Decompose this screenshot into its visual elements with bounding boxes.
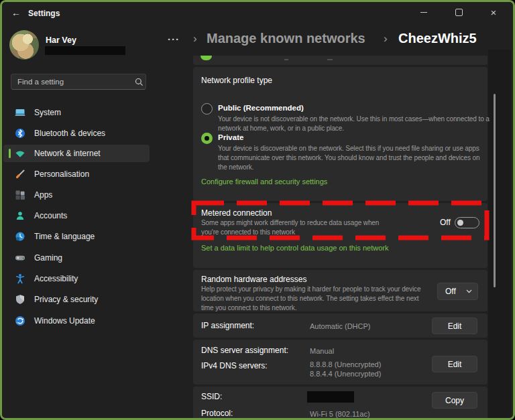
sidebar-item-accounts[interactable]: Accounts [3,207,150,224]
user-name: Har Vey [46,36,76,45]
metered-title: Metered connection [201,208,272,218]
ipv4-dns-label: IPv4 DNS servers: [201,361,268,370]
page-title: CheezWhiz5 [398,31,477,46]
random-hardware-description: Help protect your privacy by making it h… [201,285,439,313]
metered-description: Some apps might work differently to redu… [201,218,449,237]
paintbrush-icon [15,169,25,180]
network-profile-card: Network profile type Public (Recommended… [193,67,488,201]
search-box [11,74,146,90]
toggle-state-label: Off [440,218,451,227]
radio-circle-public[interactable] [201,103,213,115]
sidebar-item-privacy[interactable]: Privacy & security [3,291,150,308]
radio-description: Your device is discoverable on the netwo… [218,144,493,172]
ip-assignment-label: IP assignment: [201,321,254,330]
ssid-copy-button[interactable]: Copy [432,392,477,409]
dropdown-value: Off [445,287,456,296]
ip-assignment-card: IP assignment: Automatic (DHCP) Edit [193,313,488,338]
sidebar-item-system[interactable]: System [3,104,150,121]
ssid-card: SSID: Protocol: Wi-Fi 5 (802.11ac) Copy [193,387,488,420]
clock-globe-icon [15,231,25,242]
sidebar-item-label: Windows Update [34,316,95,326]
close-button[interactable]: × [480,3,507,21]
sidebar-item-label: Accessibility [34,274,78,283]
maximize-icon [455,9,463,16]
breadcrumb-parent[interactable]: Manage known networks [207,31,365,46]
data-limit-link[interactable]: Set a data limit to help control data us… [201,244,388,252]
firewall-settings-link[interactable]: Configure firewall and security settings [201,178,327,186]
breadcrumb-separator: › [193,32,197,46]
random-hardware-title: Random hardware addresses [201,275,306,284]
breadcrumb-more-button[interactable]: ··· [168,33,180,45]
radio-circle-private[interactable] [201,133,213,144]
ipv4-dns-values: 8.8.8.8 (Unencrypted) 8.8.4.4 (Unencrypt… [310,360,381,378]
toggle-knob [457,220,463,226]
settings-window: ← Settings × Har Vey System Bluetooth & … [0,0,515,420]
cutoff-row [193,56,488,65]
minimize-button[interactable] [410,3,437,21]
minimize-icon [420,12,427,13]
dns-assignment-value: Manual [310,346,334,356]
sidebar-item-label: Gaming [34,253,62,263]
breadcrumb-separator: › [384,32,388,46]
sidebar-item-personalisation[interactable]: Personalisation [3,165,150,183]
protocol-label: Protocol: [201,409,233,418]
dns-edit-button[interactable]: Edit [432,356,477,372]
sidebar-item-network[interactable]: Network & internet [3,145,150,162]
sidebar-item-label: Accounts [34,211,67,220]
selected-accent-bar [9,149,11,158]
radio-description: Your device is not discoverable on the n… [218,115,493,133]
redacted-ssid-value [307,391,354,403]
ssid-label: SSID: [201,392,222,401]
toggle-on-partial[interactable] [201,56,212,60]
radio-label: Public (Recommended) [218,104,304,112]
dns-card: DNS server assignment: Manual IPv4 DNS s… [193,340,488,384]
sidebar-item-bluetooth[interactable]: Bluetooth & devices [3,125,150,142]
sidebar-item-label: Apps [34,190,52,200]
update-icon [15,316,25,326]
protocol-value: Wi-Fi 5 (802.11ac) [310,409,370,419]
person-icon [15,210,25,221]
content-gutter [488,50,511,420]
sidebar-item-apps[interactable]: Apps [3,186,150,204]
redacted-user-email [45,46,125,55]
apps-icon [15,190,25,200]
sidebar-item-label: Privacy & security [34,295,98,304]
sidebar-item-windows-update[interactable]: Windows Update [3,312,150,330]
dns-assignment-label: DNS server assignment: [201,346,288,355]
gamepad-icon [15,253,25,263]
sidebar-item-label: Time & language [34,232,95,241]
sidebar-item-label: Network & internet [34,149,101,158]
sidebar-item-label: Personalisation [34,169,89,179]
window-title: Settings [28,9,60,18]
wifi-icon [15,148,25,159]
cutoff-text-remnant [284,59,288,60]
search-input[interactable] [11,78,132,86]
accessibility-icon [15,273,25,284]
close-icon: × [491,7,497,17]
search-icon[interactable] [132,78,146,86]
back-button[interactable]: ← [8,5,24,20]
maximize-button[interactable] [445,3,472,21]
sidebar-item-time-language[interactable]: Time & language [3,228,150,245]
ip-assignment-value: Automatic (DHCP) [310,322,370,331]
scrollbar-thumb[interactable] [494,94,496,287]
sidebar-item-accessibility[interactable]: Accessibility [3,270,150,287]
network-profile-title: Network profile type [201,76,272,85]
ip-edit-button[interactable]: Edit [432,318,477,334]
metered-card: Metered connection Some apps might work … [193,203,488,268]
sidebar-item-label: Bluetooth & devices [34,129,105,138]
metered-toggle[interactable] [455,217,479,228]
sidebar-item-gaming[interactable]: Gaming [3,249,150,267]
radio-label: Private [218,133,243,141]
chevron-down-icon [466,289,472,293]
cutoff-text-remnant [327,59,333,60]
shield-icon [15,294,25,305]
system-icon [15,107,25,118]
random-hardware-dropdown[interactable]: Off [437,283,478,300]
sidebar-item-label: System [34,108,61,117]
avatar[interactable] [9,30,39,60]
bluetooth-icon [15,128,25,139]
